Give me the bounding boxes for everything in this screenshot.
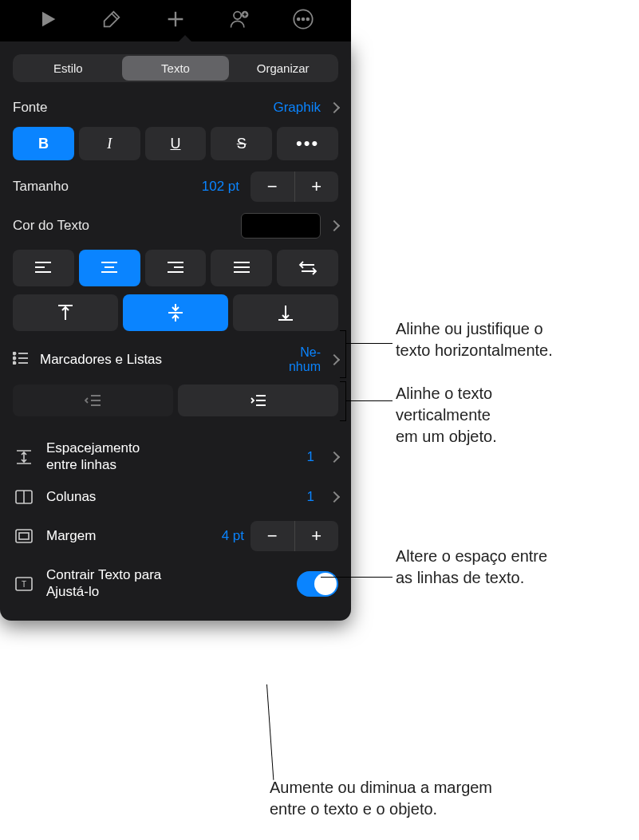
indent-buttons	[13, 385, 338, 416]
text-color-swatch[interactable]	[241, 213, 321, 239]
leader-line	[266, 684, 274, 780]
strikethrough-button[interactable]: S	[211, 127, 272, 160]
shrink-text-row: T Contrair Texto para Ajustá-lo	[13, 559, 338, 608]
vertical-align-buttons	[13, 294, 338, 331]
margin-icon	[13, 529, 35, 543]
top-toolbar	[0, 0, 351, 41]
bold-button[interactable]: B	[13, 127, 74, 160]
underline-button[interactable]: U	[145, 127, 207, 160]
chevron-right-icon	[329, 452, 340, 463]
margin-decrease-button[interactable]: −	[250, 521, 295, 551]
line-spacing-row[interactable]: Espacejamento entre linhas 1	[13, 432, 338, 481]
line-spacing-icon	[13, 449, 35, 465]
align-center-button[interactable]	[79, 250, 140, 286]
leader-line	[321, 577, 392, 578]
margin-stepper: − +	[250, 521, 338, 551]
callout-linespace: Altere o espaço entre as linhas de texto…	[396, 546, 547, 589]
svg-rect-10	[16, 530, 32, 542]
leader-line	[346, 343, 392, 344]
chevron-right-icon	[329, 354, 340, 365]
svg-point-4	[302, 18, 305, 21]
margin-label: Margem	[46, 528, 222, 544]
horizontal-align-buttons	[13, 250, 338, 286]
svg-point-6	[14, 352, 16, 354]
callout-halign: Alinhe ou justifique o texto horizontalm…	[396, 318, 553, 361]
panel-tabs: Estilo Texto Organizar	[13, 54, 338, 82]
size-stepper: − +	[250, 172, 338, 202]
callout-valign: Alinhe o texto verticalmente em um objet…	[396, 383, 497, 448]
valign-middle-button[interactable]	[123, 294, 228, 331]
shrink-text-label: Contrair Texto para Ajustá-lo	[46, 567, 297, 600]
chevron-right-icon	[329, 491, 340, 503]
size-decrease-button[interactable]: −	[250, 172, 295, 202]
svg-point-7	[14, 357, 16, 359]
format-panel: Estilo Texto Organizar Fonte Graphik B I…	[0, 41, 351, 621]
list-icon	[13, 352, 29, 368]
align-justify-button[interactable]	[211, 250, 272, 286]
bracket	[340, 381, 346, 421]
bullets-value: Ne- nhum	[289, 345, 321, 373]
svg-point-3	[298, 18, 300, 21]
plus-icon[interactable]	[164, 8, 187, 34]
columns-icon	[13, 490, 35, 504]
font-row[interactable]: Fonte Graphik	[13, 100, 338, 116]
valign-bottom-button[interactable]	[233, 294, 338, 331]
size-increase-button[interactable]: +	[295, 172, 339, 202]
text-style-buttons: B I U S •••	[13, 127, 338, 160]
indent-button[interactable]	[178, 385, 338, 416]
size-row: Tamanho 102 pt − +	[13, 172, 338, 202]
columns-value: 1	[307, 489, 314, 505]
more-text-options-button[interactable]: •••	[277, 127, 338, 160]
align-right-button[interactable]	[145, 250, 207, 286]
svg-point-8	[14, 361, 16, 364]
bracket	[340, 330, 346, 378]
svg-point-5	[306, 18, 309, 21]
svg-point-0	[234, 12, 241, 19]
svg-rect-11	[19, 533, 29, 539]
leader-line	[346, 400, 392, 401]
chevron-right-icon	[329, 102, 340, 113]
tab-style[interactable]: Estilo	[14, 56, 122, 81]
play-icon[interactable]	[37, 8, 59, 34]
font-value: Graphik	[273, 100, 321, 116]
bullets-label: Marcadores e Listas	[40, 352, 289, 368]
size-value: 102 pt	[202, 179, 239, 195]
text-color-label: Cor do Texto	[13, 218, 241, 234]
line-spacing-value: 1	[307, 449, 314, 465]
text-direction-button[interactable]	[277, 250, 338, 286]
outdent-button[interactable]	[13, 385, 173, 416]
shrink-text-icon: T	[13, 577, 35, 591]
tab-text[interactable]: Texto	[122, 56, 230, 81]
collaborate-icon[interactable]	[228, 8, 250, 34]
tab-arrange[interactable]: Organizar	[229, 56, 337, 81]
margin-value: 4 pt	[222, 528, 244, 544]
text-color-row[interactable]: Cor do Texto	[13, 213, 338, 239]
margin-increase-button[interactable]: +	[295, 521, 339, 551]
more-icon[interactable]	[292, 8, 314, 34]
svg-text:T: T	[22, 580, 26, 589]
bullets-lists-row[interactable]: Marcadores e Listas Ne- nhum	[13, 345, 338, 373]
brush-icon[interactable]	[101, 8, 123, 34]
italic-button[interactable]: I	[79, 127, 140, 160]
line-spacing-label: Espacejamento entre linhas	[46, 440, 307, 473]
align-left-button[interactable]	[13, 250, 74, 286]
valign-top-button[interactable]	[13, 294, 118, 331]
columns-label: Colunas	[46, 489, 307, 505]
callout-margin: Aumente ou diminua a margem entre o text…	[270, 777, 492, 820]
font-label: Fonte	[13, 100, 273, 116]
margin-row: Margem 4 pt − +	[13, 513, 338, 559]
shrink-text-toggle[interactable]	[297, 571, 338, 597]
size-label: Tamanho	[13, 179, 202, 195]
columns-row[interactable]: Colunas 1	[13, 481, 338, 513]
chevron-right-icon	[329, 220, 340, 231]
